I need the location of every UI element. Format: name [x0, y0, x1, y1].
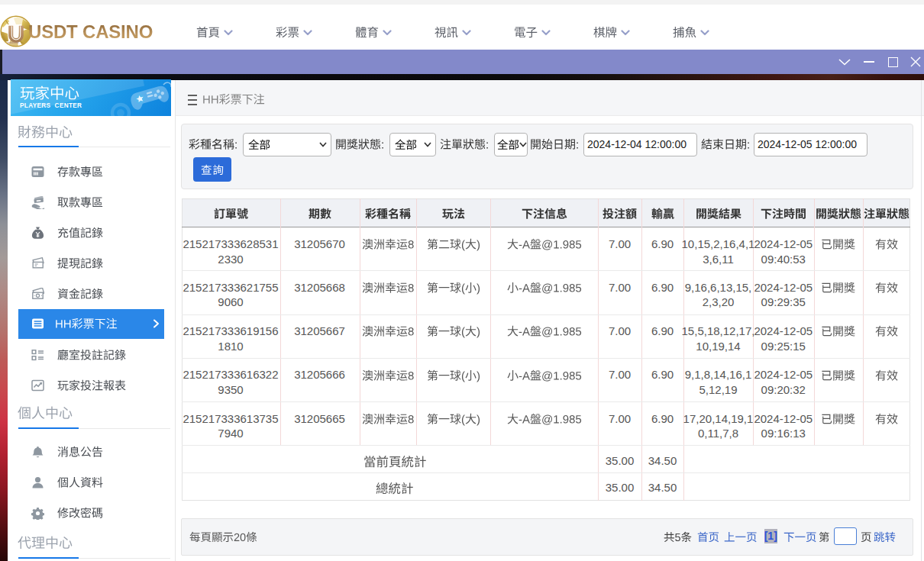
svg-text:casino: casino	[8, 40, 19, 44]
